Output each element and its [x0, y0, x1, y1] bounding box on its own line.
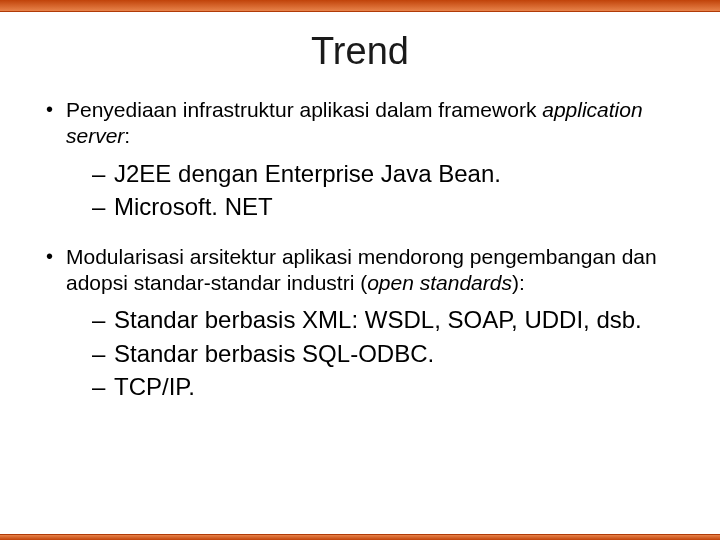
sub-list: – J2EE dengan Enterprise Java Bean. – Mi… [92, 158, 674, 222]
top-decoration-bar [0, 0, 720, 12]
bullet-text: Penyediaan infrastruktur aplikasi dalam … [66, 97, 674, 150]
text-italic: open standards [367, 271, 512, 294]
bullet-text: Modularisasi arsitektur aplikasi mendoro… [66, 244, 674, 297]
dash-icon: – [92, 191, 114, 222]
dash-icon: – [92, 338, 114, 369]
list-item: – Standar berbasis SQL-ODBC. [92, 338, 674, 369]
list-item: – TCP/IP. [92, 371, 674, 402]
sub-list: – Standar berbasis XML: WSDL, SOAP, UDDI… [92, 304, 674, 402]
sub-bullet-text: Standar berbasis SQL-ODBC. [114, 338, 674, 369]
dash-icon: – [92, 158, 114, 189]
list-item: – Microsoft. NET [92, 191, 674, 222]
text-segment: ): [512, 271, 525, 294]
text-segment: Modularisasi arsitektur aplikasi mendoro… [66, 245, 657, 294]
sub-bullet-text: TCP/IP. [114, 371, 674, 402]
dash-icon: – [92, 304, 114, 335]
bullet-icon: • [46, 244, 66, 269]
page-title: Trend [0, 30, 720, 73]
list-item: – J2EE dengan Enterprise Java Bean. [92, 158, 674, 189]
bullet-icon: • [46, 97, 66, 122]
sub-bullet-text: Standar berbasis XML: WSDL, SOAP, UDDI, … [114, 304, 674, 335]
sub-bullet-text: Microsoft. NET [114, 191, 674, 222]
slide-content: • Penyediaan infrastruktur aplikasi dala… [0, 97, 720, 402]
sub-bullet-text: J2EE dengan Enterprise Java Bean. [114, 158, 674, 189]
dash-icon: – [92, 371, 114, 402]
text-segment: : [124, 124, 130, 147]
text-segment: Penyediaan infrastruktur aplikasi dalam … [66, 98, 542, 121]
bottom-decoration-bar [0, 534, 720, 540]
list-item: • Modularisasi arsitektur aplikasi mendo… [46, 244, 674, 297]
list-item: • Penyediaan infrastruktur aplikasi dala… [46, 97, 674, 150]
list-item: – Standar berbasis XML: WSDL, SOAP, UDDI… [92, 304, 674, 335]
